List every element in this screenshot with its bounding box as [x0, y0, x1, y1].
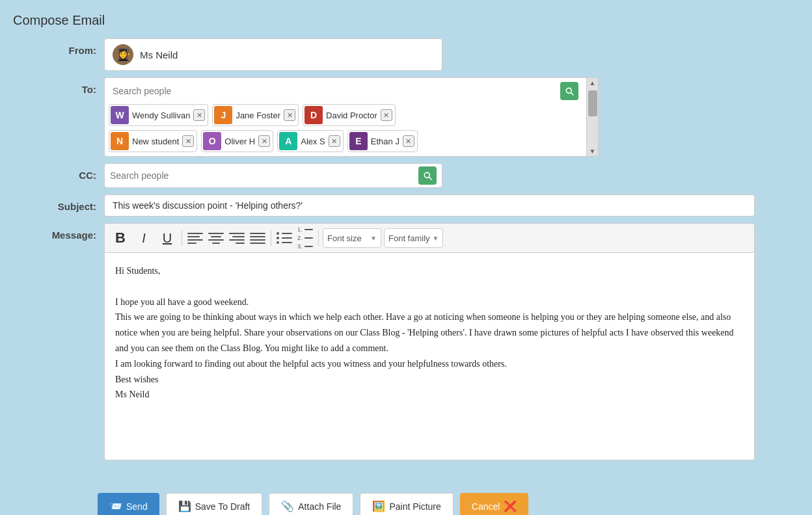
justify-button[interactable] — [249, 229, 267, 247]
send-button[interactable]: 📨 Send — [98, 493, 159, 515]
message-toolbar: B I U — [104, 223, 755, 252]
to-row: To: W Wendy Sullivan — [20, 77, 792, 157]
message-row: Message: B I U — [20, 223, 792, 460]
recipient-avatar-alex: A — [279, 132, 297, 150]
cc-search-button[interactable] — [418, 166, 437, 185]
recipient-name-ethan: Ethan J — [371, 137, 399, 146]
subject-input[interactable] — [104, 194, 755, 217]
send-label: Send — [126, 501, 148, 512]
cc-search-wrapper — [104, 163, 442, 188]
font-size-label: Font size — [327, 233, 362, 243]
recipient-avatar-wendy: W — [111, 106, 129, 124]
from-box: 👩‍🎓 Ms Neild — [104, 38, 442, 71]
cancel-label: Cancel — [472, 501, 500, 512]
save-draft-button[interactable]: 💾 Save To Draft — [166, 493, 263, 515]
font-family-dropdown[interactable]: Font family ▼ — [384, 228, 443, 248]
recipient-avatar-oliver: O — [203, 132, 221, 150]
to-field: W Wendy Sullivan ✕ J Jane Foster ✕ D — [104, 77, 792, 157]
align-center-button[interactable] — [207, 229, 225, 247]
recipient-alex: A Alex S ✕ — [277, 130, 344, 152]
recipients-row-1: W Wendy Sullivan ✕ J Jane Foster ✕ D — [109, 104, 578, 126]
font-family-label: Font family — [388, 233, 430, 243]
cc-row: CC: — [20, 163, 792, 188]
recipient-name-wendy: Wendy Sullivan — [132, 111, 190, 120]
recipient-new: N New student ✕ — [109, 130, 197, 152]
recipient-avatar-jane: J — [214, 106, 232, 124]
subject-field — [104, 194, 792, 217]
recipient-david: D David Proctor ✕ — [303, 104, 396, 126]
recipient-ethan: E Ethan J ✕ — [347, 130, 418, 152]
recipient-name-david: David Proctor — [326, 111, 377, 120]
recipient-avatar-david: D — [304, 106, 323, 124]
recipient-remove-oliver[interactable]: ✕ — [258, 135, 270, 147]
subject-row: Subject: — [20, 194, 792, 217]
from-field: 👩‍🎓 Ms Neild — [104, 38, 792, 71]
avatar: 👩‍🎓 — [113, 44, 133, 65]
to-label: To: — [20, 77, 104, 95]
compose-form: From: 👩‍🎓 Ms Neild To: — [13, 38, 799, 480]
attach-label: Attach File — [298, 501, 341, 512]
scroll-thumb[interactable] — [588, 90, 597, 116]
cancel-icon: ❌ — [504, 500, 517, 512]
recipient-oliver: O Oliver H ✕ — [201, 130, 273, 152]
message-label: Message: — [20, 223, 104, 241]
recipient-avatar-new: N — [111, 132, 129, 150]
scroll-down-arrow[interactable]: ▼ — [588, 146, 597, 156]
toolbar-separator-1 — [182, 230, 182, 246]
numbered-list-button[interactable]: 1. 2. 3. — [296, 229, 314, 247]
recipient-remove-wendy[interactable]: ✕ — [193, 109, 205, 121]
underline-button[interactable]: U — [157, 228, 178, 248]
from-label: From: — [20, 38, 104, 56]
from-name: Ms Neild — [140, 49, 178, 60]
subject-label: Subject: — [20, 194, 104, 212]
page-title: Compose Email — [13, 13, 799, 28]
font-size-dropdown[interactable]: Font size ▼ — [323, 228, 381, 248]
bold-button[interactable]: B — [110, 228, 131, 248]
recipient-name-jane: Jane Foster — [236, 111, 280, 120]
recipient-name-alex: Alex S — [301, 137, 325, 146]
send-icon: 📨 — [109, 500, 122, 512]
toolbar-separator-2 — [271, 230, 271, 246]
font-family-arrow-icon: ▼ — [433, 235, 439, 242]
paint-label: Paint Picture — [389, 501, 440, 512]
recipient-avatar-ethan: E — [349, 132, 368, 150]
to-search-input[interactable] — [109, 85, 560, 98]
recipient-wendy: W Wendy Sullivan ✕ — [109, 104, 208, 126]
toolbar-separator-3 — [318, 230, 319, 246]
from-row: From: 👩‍🎓 Ms Neild — [20, 38, 792, 71]
message-field: B I U — [104, 223, 792, 460]
cancel-button[interactable]: Cancel ❌ — [460, 493, 529, 515]
attach-file-button[interactable]: 📎 Attach File — [269, 493, 353, 515]
message-body[interactable]: Hi Students, I hope you all have a good … — [104, 252, 755, 460]
to-search-button[interactable] — [560, 82, 578, 100]
recipient-name-new: New student — [132, 137, 179, 146]
italic-button[interactable]: I — [133, 228, 154, 248]
paint-picture-button[interactable]: 🖼️ Paint Picture — [360, 493, 453, 515]
to-scrollbar: ▲ ▼ — [586, 78, 598, 156]
paint-icon: 🖼️ — [372, 500, 385, 512]
font-size-arrow-icon: ▼ — [370, 235, 377, 242]
cc-field — [104, 163, 792, 188]
recipient-remove-ethan[interactable]: ✕ — [403, 135, 414, 147]
align-right-button[interactable] — [228, 229, 246, 247]
bullet-list-button[interactable] — [275, 229, 293, 247]
cc-label: CC: — [20, 163, 104, 181]
attach-icon: 📎 — [281, 500, 294, 512]
scroll-up-arrow[interactable]: ▲ — [588, 78, 597, 88]
recipient-jane: J Jane Foster ✕ — [212, 104, 299, 126]
recipient-remove-david[interactable]: ✕ — [381, 109, 392, 121]
recipient-name-oliver: Oliver H — [224, 137, 255, 146]
cc-search-input[interactable] — [110, 170, 418, 181]
draft-icon: 💾 — [178, 500, 191, 512]
recipient-remove-jane[interactable]: ✕ — [284, 109, 295, 121]
to-field-wrapper: W Wendy Sullivan ✕ J Jane Foster ✕ D — [104, 77, 599, 157]
action-row: 📨 Send 💾 Save To Draft 📎 Attach File 🖼️ … — [13, 493, 799, 515]
recipients-container: W Wendy Sullivan ✕ J Jane Foster ✕ D — [109, 104, 578, 152]
align-left-button[interactable] — [186, 229, 204, 247]
recipients-row-2: N New student ✕ O Oliver H ✕ A — [109, 130, 578, 152]
recipient-remove-alex[interactable]: ✕ — [329, 135, 340, 147]
draft-label: Save To Draft — [195, 501, 250, 512]
to-search-row — [109, 82, 578, 100]
recipient-remove-new[interactable]: ✕ — [182, 135, 194, 147]
